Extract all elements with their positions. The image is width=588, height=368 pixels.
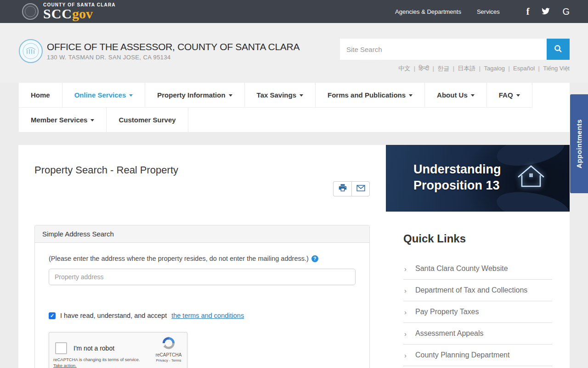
simple-address-search-panel: Simple Address Search (Please enter the … <box>34 225 370 368</box>
sidebar: Understanding Proposition 13 Quick Links… <box>386 145 570 368</box>
recaptcha-terms-link[interactable]: Terms <box>171 358 181 362</box>
chevron-down-icon <box>229 94 232 97</box>
site-search-input[interactable] <box>340 39 547 60</box>
terms-checkbox[interactable]: ✓ <box>49 312 56 319</box>
terms-text: I have read, understand, and accept <box>60 312 167 319</box>
lang-chinese[interactable]: 中文 <box>398 65 418 72</box>
twitter-icon[interactable] <box>541 8 550 15</box>
lang-korean[interactable]: 한글 <box>437 65 458 72</box>
assessor-seal-icon <box>18 39 43 65</box>
nav-home[interactable]: Home <box>18 83 62 107</box>
chevron-right-icon: › <box>404 352 407 359</box>
house-icon <box>516 163 546 192</box>
nav-forms-and-publications[interactable]: Forms and Publications <box>316 83 425 107</box>
recaptcha-take-action-link[interactable]: Take action. <box>53 363 77 368</box>
recaptcha-notice: reCAPTCHA is changing its terms of servi… <box>53 357 140 362</box>
terms-and-conditions-link[interactable]: the terms and conditions <box>171 312 244 319</box>
nav-customer-survey[interactable]: Customer Survey <box>107 108 188 132</box>
services-link[interactable]: Services <box>477 8 500 15</box>
quicklink-assessment-appeals[interactable]: › Assessment Appeals <box>403 323 552 345</box>
chevron-down-icon <box>300 94 303 97</box>
nav-online-services[interactable]: Online Services <box>62 83 146 107</box>
panel-title: Simple Address Search <box>35 225 369 243</box>
site-title: OFFICE OF THE ASSESSOR, COUNTY OF SANTA … <box>47 41 300 52</box>
recaptcha-widget: I'm not a robot reCAPTCHA is changing it… <box>49 332 187 368</box>
chevron-down-icon <box>129 94 133 97</box>
agencies-departments-link[interactable]: Agencies & Departments <box>395 8 461 15</box>
banner-title: Understanding Proposition 13 <box>413 161 501 194</box>
chevron-right-icon: › <box>404 330 407 337</box>
help-icon[interactable]: ? <box>311 255 318 262</box>
search-button[interactable] <box>547 39 570 60</box>
nav-tax-savings[interactable]: Tax Savings <box>245 83 316 107</box>
recaptcha-brand: reCAPTCHA <box>155 352 182 357</box>
search-icon <box>554 45 562 54</box>
nav-about-us[interactable]: About Us <box>425 83 487 107</box>
instruction-text: (Please enter the address where the prop… <box>49 255 309 262</box>
facebook-icon[interactable]: f <box>526 6 530 17</box>
recaptcha-privacy-link[interactable]: Privacy <box>156 358 168 362</box>
lang-japanese[interactable]: 日本語 <box>458 65 484 72</box>
appointments-tab[interactable]: Appointments <box>570 94 588 193</box>
brand-scc: scc <box>43 6 72 21</box>
top-bar: COUNTY OF SANTA CLARA sccgov Agencies & … <box>0 0 588 23</box>
quicklink-pay-property-taxes[interactable]: › Pay Property Taxes <box>403 301 552 323</box>
county-seal-icon <box>22 3 39 20</box>
quicklink-county-website[interactable]: › Santa Clara County Website <box>403 258 552 280</box>
share-button-group <box>18 181 370 196</box>
quick-links-title: Quick Links <box>403 232 552 245</box>
recaptcha-label: I'm not a robot <box>74 345 114 352</box>
chevron-down-icon <box>471 94 475 97</box>
quicklink-county-planning[interactable]: › County Planning Department <box>403 345 552 366</box>
lang-spanish[interactable]: Español <box>513 65 543 72</box>
chevron-down-icon <box>90 119 94 121</box>
email-button[interactable] <box>351 181 370 196</box>
chevron-right-icon: › <box>404 287 407 294</box>
quicklink-tax-and-collections[interactable]: › Department of Tax and Collections <box>403 280 552 301</box>
quick-links-section: Quick Links › Santa Clara County Website… <box>386 212 570 368</box>
property-address-input[interactable] <box>49 269 356 285</box>
main-navigation: Home Online Services Property Informatio… <box>18 83 570 132</box>
print-icon <box>339 184 347 194</box>
nav-property-information[interactable]: Property Information <box>145 83 244 107</box>
chevron-right-icon: › <box>404 265 407 272</box>
recaptcha-logo-icon <box>162 344 175 351</box>
site-header: OFFICE OF THE ASSESSOR, COUNTY OF SANTA … <box>0 23 588 83</box>
chevron-down-icon <box>516 94 520 97</box>
google-icon[interactable]: G <box>562 6 570 17</box>
brand-gov: gov <box>72 6 93 21</box>
recaptcha-checkbox[interactable] <box>55 342 67 354</box>
page-title: Property Search - Real Property <box>34 164 386 176</box>
chevron-right-icon: › <box>404 309 407 316</box>
site-address: 130 W. TASMAN DR. SAN JOSE, CA 95134 <box>47 54 300 61</box>
lang-hindi[interactable]: हिन्दी <box>418 65 437 72</box>
chevron-down-icon <box>409 94 413 97</box>
main-content: Property Search - Real Property Simple A… <box>18 145 386 368</box>
sccgov-logo[interactable]: COUNTY OF SANTA CLARA sccgov <box>22 3 116 21</box>
lang-tagalog[interactable]: Tagalog <box>484 65 513 72</box>
lang-vietnamese[interactable]: Tiếng Việt <box>543 65 570 72</box>
nav-faq[interactable]: FAQ <box>487 83 532 107</box>
language-switcher: 中文हिन्दी한글日本語TagalogEspañolTiếng Việt <box>340 64 570 73</box>
print-button[interactable] <box>333 181 351 196</box>
email-icon <box>356 185 365 193</box>
nav-member-services[interactable]: Member Services <box>18 108 107 132</box>
proposition-13-banner[interactable]: Understanding Proposition 13 <box>386 145 570 212</box>
